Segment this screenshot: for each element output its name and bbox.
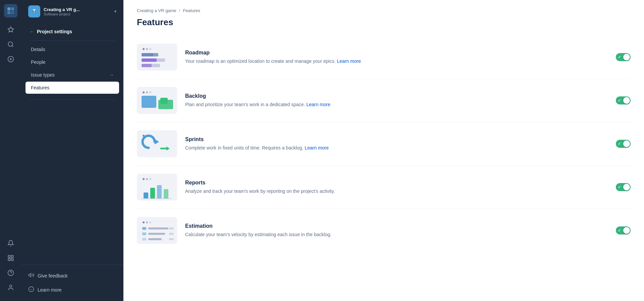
reports-toggle-switch[interactable]: ✓ [616, 183, 631, 191]
breadcrumb: Creating a VR game / Features [137, 8, 631, 13]
project-settings-label: Project settings [37, 29, 72, 34]
svg-rect-69 [169, 238, 174, 240]
megaphone-icon [28, 272, 34, 280]
roadmap-title: Roadmap [185, 50, 608, 56]
apps-icon[interactable] [4, 251, 17, 265]
estimation-toggle-switch[interactable]: ✓ [616, 226, 631, 234]
sprints-learn-more-link[interactable]: Learn more [305, 145, 329, 150]
give-feedback-item[interactable]: Give feedback [27, 269, 118, 283]
svg-point-58 [143, 221, 145, 223]
svg-rect-2 [7, 11, 10, 14]
svg-rect-55 [164, 189, 168, 199]
svg-point-51 [149, 178, 151, 180]
roadmap-learn-more-link[interactable]: Learn more [337, 58, 361, 64]
page-title: Features [137, 17, 631, 28]
reports-toggle[interactable]: ✓ [616, 183, 631, 191]
project-header[interactable]: Creating a VR g... Software project ▾ [21, 0, 123, 23]
sidebar-nav: ← Project settings Details People Issue … [21, 23, 123, 264]
info-icon [28, 286, 34, 294]
sprints-title: Sprints [185, 136, 608, 142]
roadmap-toggle-knob [623, 54, 630, 60]
project-info: Creating a VR g... Software project [44, 7, 111, 16]
estimation-toggle-knob [623, 227, 630, 234]
svg-point-16 [10, 285, 12, 288]
svg-marker-4 [8, 27, 14, 32]
svg-rect-39 [142, 96, 156, 108]
svg-rect-11 [11, 256, 13, 258]
project-chevron-icon: ▾ [114, 9, 116, 14]
create-icon[interactable] [4, 52, 17, 66]
estimation-title: Estimation [185, 223, 608, 229]
svg-point-50 [146, 178, 148, 180]
sidebar-item-features[interactable]: Features [25, 82, 119, 94]
backlog-toggle[interactable]: ✓ [616, 96, 631, 104]
sidebar-bottom: Give feedback Learn more [21, 264, 123, 301]
project-type: Software project [44, 12, 111, 16]
reports-content: Reports Analyze and track your team's wo… [185, 180, 608, 195]
sprints-description: Complete work in fixed units of time. Re… [185, 144, 608, 152]
project-settings-back[interactable]: ← Project settings [25, 26, 119, 38]
icon-rail [0, 0, 21, 301]
learn-more-item[interactable]: Learn more [27, 283, 118, 297]
svg-point-49 [143, 178, 145, 180]
sidebar-item-issue-types[interactable]: Issue types → [25, 69, 119, 81]
svg-rect-61 [142, 227, 146, 230]
roadmap-toggle-check-icon: ✓ [618, 55, 621, 59]
sprints-content: Sprints Complete work in fixed units of … [185, 136, 608, 152]
give-feedback-label: Give feedback [38, 273, 68, 278]
sidebar-item-people-label: People [31, 59, 46, 65]
backlog-learn-more-link[interactable]: Learn more [306, 102, 330, 107]
roadmap-description: Your roadmap is an optimized location to… [185, 58, 608, 65]
svg-point-26 [143, 48, 145, 50]
svg-rect-12 [8, 259, 10, 261]
sprints-toggle-switch[interactable]: ✓ [616, 140, 631, 148]
svg-rect-68 [148, 238, 162, 240]
svg-rect-30 [142, 53, 153, 56]
svg-point-38 [149, 91, 151, 93]
sidebar-item-details[interactable]: Details [25, 43, 119, 55]
svg-rect-66 [169, 233, 174, 235]
svg-rect-54 [157, 185, 162, 199]
backlog-toggle-knob [623, 97, 630, 104]
backlog-toggle-switch[interactable]: ✓ [616, 96, 631, 104]
user-avatar-icon[interactable] [4, 281, 17, 294]
backlog-description: Plan and prioritize your team's work in … [185, 101, 608, 108]
search-icon[interactable] [4, 38, 17, 51]
backlog-toggle-check-icon: ✓ [618, 98, 621, 103]
estimation-toggle[interactable]: ✓ [616, 226, 631, 234]
feature-row-backlog: Backlog Plan and prioritize your team's … [137, 79, 631, 122]
sidebar-item-details-label: Details [31, 47, 45, 52]
sidebar-item-people[interactable]: People [25, 56, 119, 68]
reports-image [137, 174, 177, 201]
feature-row-roadmap: Roadmap Your roadmap is an optimized loc… [137, 36, 631, 79]
backlog-image [137, 87, 177, 114]
svg-rect-34 [142, 64, 152, 67]
roadmap-content: Roadmap Your roadmap is an optimized loc… [185, 50, 608, 65]
roadmap-toggle-switch[interactable]: ✓ [616, 53, 631, 61]
sprints-toggle[interactable]: ✓ [616, 140, 631, 148]
estimation-toggle-check-icon: ✓ [618, 228, 621, 233]
reports-description: Analyze and track your team's work by re… [185, 188, 608, 195]
sidebar-item-features-label: Features [31, 85, 49, 90]
svg-rect-65 [148, 233, 165, 235]
app-logo-icon[interactable] [4, 4, 17, 17]
roadmap-toggle[interactable]: ✓ [616, 53, 631, 61]
breadcrumb-separator: / [179, 8, 180, 13]
sidebar-divider-bottom [30, 99, 115, 99]
backlog-content: Backlog Plan and prioritize your team's … [185, 93, 608, 108]
sidebar-divider-top [30, 40, 115, 41]
svg-point-37 [146, 91, 148, 93]
favorites-icon[interactable] [4, 23, 17, 36]
notifications-icon[interactable] [4, 236, 17, 250]
svg-rect-63 [169, 227, 174, 229]
svg-rect-10 [8, 256, 10, 258]
svg-point-20 [35, 10, 36, 12]
breadcrumb-parent-link[interactable]: Creating a VR game [137, 8, 176, 13]
estimation-description: Calculate your team's velocity by estima… [185, 231, 608, 238]
help-icon[interactable] [4, 266, 17, 280]
estimation-content: Estimation Calculate your team's velocit… [185, 223, 608, 238]
svg-point-27 [146, 48, 148, 50]
learn-more-label: Learn more [38, 287, 62, 293]
reports-toggle-knob [623, 184, 630, 190]
project-avatar [28, 5, 40, 17]
